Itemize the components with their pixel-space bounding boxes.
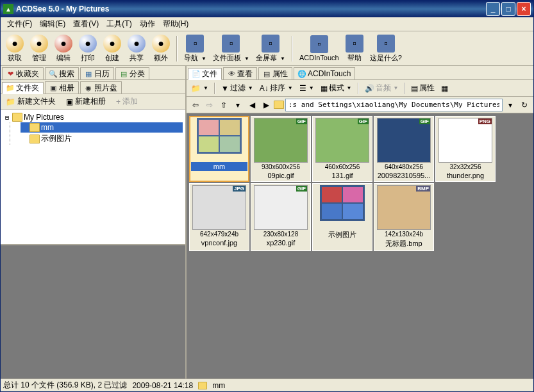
toolbar-button[interactable]: ▫文件面板 ▼ [210, 33, 252, 64]
toolbar-button[interactable]: ▫全屏幕 ▼ [253, 33, 288, 64]
left-tabstrip-1: ❤收藏夹🔍搜索▦日历▤分类 [1, 66, 185, 80]
menu-item[interactable]: 文件(F) [3, 17, 36, 31]
tree-node[interactable]: ⊟My Pictures [3, 112, 183, 122]
nav-history-button[interactable]: ▾ [231, 99, 244, 111]
menu-item[interactable]: 动作 [136, 17, 159, 31]
format-badge: GIF [296, 118, 307, 124]
thumbnail[interactable]: GIF930x600x25609pic.gif [251, 116, 311, 182]
rtool-icon: ☰ [299, 84, 306, 93]
status-count: 总计 10 个文件 (356.9 KB), 2 已过滤 [3, 380, 127, 391]
tab[interactable]: 🌐ACDInTouch [294, 67, 355, 79]
tab[interactable]: 👁查看 [223, 67, 257, 79]
rtool-button[interactable]: ☰▼ [297, 83, 316, 94]
rtool-button[interactable]: A↓排序▼ [258, 81, 295, 95]
tree-node[interactable]: mm [21, 122, 183, 133]
menu-item[interactable]: 帮助(H) [159, 17, 193, 31]
tool-icon: ▫ [262, 35, 280, 53]
maximize-button[interactable]: □ [501, 2, 515, 16]
toolbar-button[interactable]: ●打印 [76, 33, 99, 64]
nav-fwd-button[interactable]: ⇨ [203, 99, 216, 111]
thumbnail[interactable]: mm [189, 116, 249, 182]
thumb-dimensions: 460x60x256 [325, 163, 360, 171]
toolbar-button[interactable]: ●获取 [3, 33, 26, 64]
tool-icon: ▫ [222, 35, 240, 53]
tab-icon: 👁 [228, 70, 235, 78]
nav-next-button[interactable]: ▶ [260, 99, 272, 111]
nav-up-button[interactable]: ⇧ [217, 99, 230, 111]
toolbar-button[interactable]: ●额外 [149, 33, 172, 64]
rtool-button[interactable]: ▼过滤▼ [219, 81, 255, 95]
tab[interactable]: ▤分类 [115, 67, 149, 79]
toolbar-button[interactable]: ▫ACDInTouch [297, 34, 342, 63]
tool-icon: ▫ [310, 35, 328, 53]
tab[interactable]: ▣相册 [45, 81, 79, 94]
rtool-button[interactable]: 📁▼ [189, 83, 210, 94]
thumbnail[interactable]: PNG32x32x256thunder.png [435, 116, 496, 182]
window-title: ACDSee 5.0 - My Pictures [16, 4, 486, 13]
subbar-item[interactable]: ▣新建相册 [63, 95, 108, 108]
tab-icon: ❤ [6, 70, 14, 78]
menu-item[interactable]: 编辑(E) [36, 17, 69, 31]
thumbnail[interactable]: JPG642x479x24bvpnconf.jpg [189, 183, 249, 251]
subbar-icon: 📁 [6, 97, 15, 106]
toolbar-button[interactable]: ●编辑 [52, 33, 75, 64]
tab-icon: ▣ [49, 84, 57, 92]
tab[interactable]: 📁文件夹 [2, 82, 44, 94]
thumbnail[interactable]: GIF460x60x256131.gif [312, 116, 372, 182]
tab[interactable]: 🔍搜索 [45, 67, 79, 79]
app-icon: ▲ [3, 4, 13, 14]
toolbar-button[interactable]: ▫导航 ▼ [181, 33, 209, 64]
thumb-image: GIF [254, 185, 308, 230]
thumbnail[interactable]: GIF640x480x256200982310595... [374, 116, 434, 182]
rtool-icon: ▦ [441, 84, 448, 93]
rtool-icon: A↓ [260, 84, 269, 93]
right-tabstrip: 📄文件👁查看▤属性🌐ACDInTouch [187, 66, 533, 80]
toolbar-button[interactable]: ●管理 [28, 33, 51, 64]
toolbar-button[interactable]: ●共享 [125, 33, 148, 64]
tab[interactable]: 📄文件 [188, 68, 222, 80]
subbar-item[interactable]: 📁新建文件夹 [3, 95, 58, 108]
path-input[interactable] [285, 99, 503, 111]
status-date: 2009-08-21 14:18 [132, 381, 193, 390]
toolbar-button[interactable]: ●创建 [101, 33, 124, 64]
tab[interactable]: ◉照片盘 [80, 81, 122, 94]
status-selection: mm [212, 381, 225, 390]
thumb-dimensions: 32x32x256 [450, 163, 481, 171]
subbar-icon: + [116, 97, 121, 106]
thumb-image: GIF [254, 118, 308, 163]
tab[interactable]: ▦日历 [80, 67, 114, 79]
format-badge: PNG [478, 118, 492, 124]
nav-prev-button[interactable]: ◀ [246, 99, 258, 111]
folder-icon [29, 123, 40, 132]
folder-tree[interactable]: ⊟My Picturesmm示例图片 [1, 110, 185, 244]
thumb-name: xp230.gif [253, 238, 309, 247]
minimize-button[interactable]: _ [486, 2, 500, 16]
thumbnail[interactable]: 示例图片 [312, 183, 372, 251]
path-dropdown-button[interactable]: ▾ [504, 99, 517, 111]
toolbar-button[interactable]: ▫这是什么? [367, 33, 405, 64]
nav-back-button[interactable]: ⇦ [189, 99, 202, 111]
thumb-name: 示例图片 [314, 229, 371, 240]
thumbnail[interactable]: BMP142x130x24b无标题.bmp [374, 183, 434, 251]
rtool-button[interactable]: ▦ [439, 83, 450, 94]
close-button[interactable]: × [517, 2, 531, 16]
menu-item[interactable]: 查看(V) [69, 17, 103, 31]
thumbnail[interactable]: GIF230x80x128xp230.gif [251, 183, 311, 251]
go-button[interactable]: ↻ [518, 99, 531, 111]
menu-item[interactable]: 工具(T) [103, 17, 135, 31]
tab[interactable]: ▤属性 [258, 67, 292, 79]
titlebar: ▲ ACDSee 5.0 - My Pictures _ □ × [1, 1, 533, 17]
tree-node[interactable]: 示例图片 [21, 133, 183, 145]
rtool-button[interactable]: ▤属性 [409, 81, 437, 95]
tool-icon: ● [30, 35, 48, 53]
folder-icon [274, 101, 284, 109]
folder-icon [198, 382, 207, 389]
thumb-dimensions: 142x130x24b [385, 231, 423, 238]
toolbar-button[interactable]: ▫帮助 [343, 33, 366, 64]
tool-icon: ● [79, 35, 97, 53]
thumbnail-grid[interactable]: mmGIF930x600x25609pic.gifGIF460x60x25613… [187, 113, 533, 379]
folder-thumb [197, 118, 242, 154]
tab[interactable]: ❤收藏夹 [2, 67, 44, 79]
menubar: 文件(F)编辑(E)查看(V)工具(T)动作帮助(H) [1, 17, 533, 31]
rtool-button[interactable]: ▦模式▼ [319, 81, 354, 95]
